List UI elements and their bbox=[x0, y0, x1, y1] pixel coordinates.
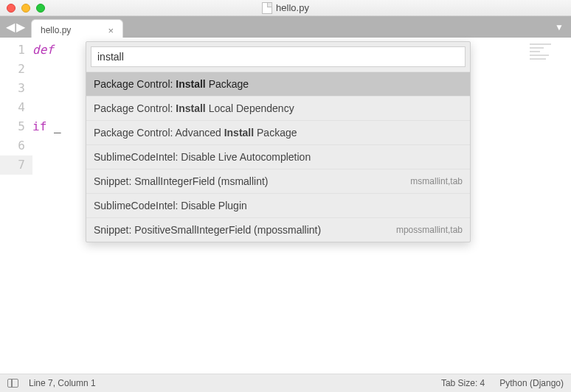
close-window-button[interactable] bbox=[7, 4, 15, 13]
line-number-current: 7 bbox=[0, 155, 32, 175]
back-button[interactable]: ◀ bbox=[6, 21, 15, 33]
line-number: 5 bbox=[18, 119, 25, 133]
line-number: 6 bbox=[18, 139, 25, 153]
palette-item[interactable]: Snippet: PositiveSmallIntegerField (mpos… bbox=[86, 217, 470, 242]
tab-label: hello.py bbox=[41, 25, 71, 35]
line-number: 3 bbox=[18, 81, 25, 95]
keyword-if: if bbox=[32, 119, 46, 133]
minimize-window-button[interactable] bbox=[21, 4, 30, 13]
palette-hint: msmallint,tab bbox=[410, 176, 463, 186]
window-controls bbox=[7, 4, 45, 13]
command-palette-query: install bbox=[97, 51, 124, 63]
palette-item[interactable]: SublimeCodeIntel: Disable Plugin bbox=[86, 193, 470, 217]
titlebar: hello.py bbox=[0, 0, 571, 16]
gutter: 1 2 3 4 5 6 7 bbox=[0, 38, 32, 374]
palette-item[interactable]: Package Control: Install Package bbox=[86, 71, 470, 96]
command-palette: install Package Control: Install Package… bbox=[86, 41, 471, 242]
palette-item[interactable]: SublimeCodeIntel: Disable Live Autocompl… bbox=[86, 144, 470, 169]
window-title-text: hello.py bbox=[276, 2, 309, 13]
window-title: hello.py bbox=[262, 2, 309, 14]
tab-close-icon[interactable]: × bbox=[108, 25, 114, 36]
tab-overflow-icon[interactable]: ▼ bbox=[555, 22, 564, 32]
line-number: 1 bbox=[18, 43, 25, 57]
nav-arrows: ◀ ▶ bbox=[6, 21, 25, 33]
statusbar: Line 7, Column 1 Tab Size: 4 Python (Dja… bbox=[0, 374, 571, 392]
status-position[interactable]: Line 7, Column 1 bbox=[29, 378, 96, 388]
panel-toggle-icon[interactable] bbox=[7, 379, 18, 388]
minimap[interactable] bbox=[530, 41, 565, 71]
command-palette-input[interactable]: install bbox=[91, 46, 466, 67]
forward-button[interactable]: ▶ bbox=[16, 21, 25, 33]
palette-item[interactable]: Package Control: Install Local Dependenc… bbox=[86, 96, 470, 120]
code-text: _ bbox=[46, 119, 60, 133]
palette-hint: mpossmallint,tab bbox=[396, 225, 463, 235]
code-text bbox=[32, 139, 46, 153]
line-number: 2 bbox=[18, 62, 25, 76]
palette-item[interactable]: Package Control: Advanced Install Packag… bbox=[86, 120, 470, 144]
status-syntax[interactable]: Python (Django) bbox=[499, 378, 564, 388]
zoom-window-button[interactable] bbox=[36, 4, 45, 13]
command-palette-list: Package Control: Install Package Package… bbox=[86, 71, 470, 242]
file-icon bbox=[262, 2, 272, 14]
keyword-def: def bbox=[32, 43, 54, 57]
tab-strip: ◀ ▶ hello.py × ▼ bbox=[0, 16, 571, 38]
status-tab-size[interactable]: Tab Size: 4 bbox=[441, 378, 485, 388]
line-number: 4 bbox=[18, 100, 25, 114]
palette-item[interactable]: Snippet: SmallIntegerField (msmallint) m… bbox=[86, 169, 470, 193]
